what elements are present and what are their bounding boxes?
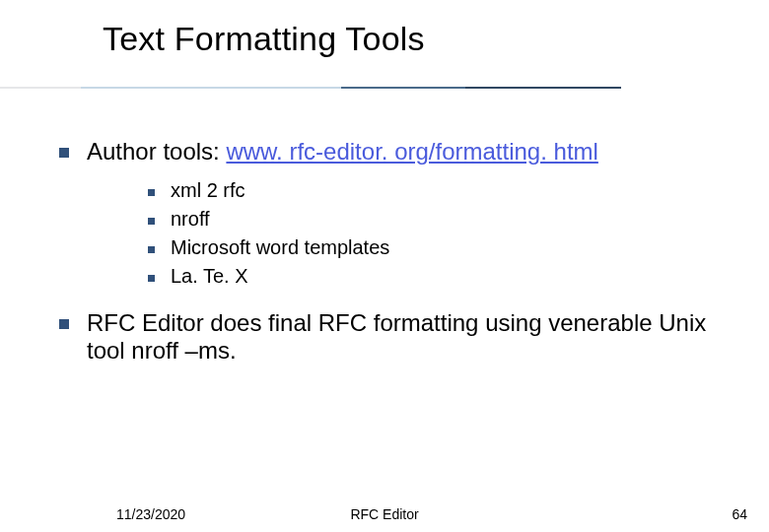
sub-bullet-label: xml 2 rfc	[171, 179, 245, 202]
sub-bullet-label: Microsoft word templates	[171, 236, 389, 259]
content-block: Author tools: www. rfc-editor. org/forma…	[59, 138, 749, 378]
square-bullet-icon	[59, 319, 69, 329]
square-bullet-icon	[148, 218, 155, 225]
title-block: Text Formatting Tools	[0, 20, 769, 58]
slide: Text Formatting Tools Author tools: www.…	[0, 0, 769, 532]
title-underline	[0, 87, 621, 89]
sub-bullet-msword: Microsoft word templates	[148, 236, 749, 259]
square-bullet-icon	[148, 275, 155, 282]
sub-bullet-nroff: nroff	[148, 208, 749, 231]
bullet-text: RFC Editor does final RFC formatting usi…	[87, 309, 749, 365]
sub-bullet-list: xml 2 rfc nroff Microsoft word templates…	[148, 179, 749, 288]
footer-center: RFC Editor	[350, 506, 418, 522]
bullet-text: Author tools: www. rfc-editor. org/forma…	[87, 138, 598, 166]
slide-title: Text Formatting Tools	[0, 20, 769, 58]
square-bullet-icon	[59, 148, 69, 158]
footer-page-number: 64	[732, 506, 747, 522]
bullet-author-tools: Author tools: www. rfc-editor. org/forma…	[59, 138, 749, 166]
sub-bullet-latex: La. Te. X	[148, 265, 749, 288]
bullet-rfc-editor: RFC Editor does final RFC formatting usi…	[59, 309, 749, 365]
square-bullet-icon	[148, 246, 155, 253]
sub-bullet-label: nroff	[171, 208, 210, 231]
bullet-prefix: Author tools:	[87, 138, 226, 165]
footer-date: 11/23/2020	[116, 506, 185, 522]
author-tools-link[interactable]: www. rfc-editor. org/formatting. html	[226, 138, 597, 165]
sub-bullet-label: La. Te. X	[171, 265, 248, 288]
sub-bullet-xml2rfc: xml 2 rfc	[148, 179, 749, 202]
square-bullet-icon	[148, 189, 155, 196]
